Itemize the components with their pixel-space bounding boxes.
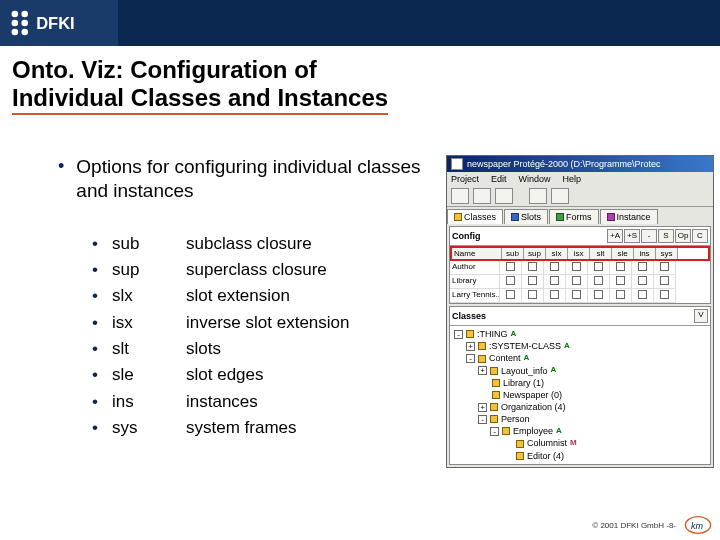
grid-checkbox-cell[interactable] [522, 275, 544, 289]
toolbar-button[interactable] [495, 188, 513, 204]
checkbox-icon[interactable] [572, 290, 581, 299]
tree-node[interactable]: -Person [454, 413, 706, 425]
menu-item[interactable]: Help [563, 174, 582, 184]
config-button[interactable]: S [658, 229, 674, 243]
checkbox-icon[interactable] [638, 262, 647, 271]
tab-forms[interactable]: Forms [549, 209, 599, 224]
checkbox-icon[interactable] [506, 290, 515, 299]
menu-bar[interactable]: ProjectEditWindowHelp [447, 172, 713, 186]
checkbox-icon[interactable] [550, 262, 559, 271]
grid-checkbox-cell[interactable] [500, 275, 522, 289]
tree-node[interactable]: ColumnistM [454, 437, 706, 449]
checkbox-icon[interactable] [550, 290, 559, 299]
grid-checkbox-cell[interactable] [566, 261, 588, 275]
tree-toggle-icon[interactable]: - [490, 427, 499, 436]
tree-toggle-icon[interactable]: - [454, 330, 463, 339]
tab-instance[interactable]: Instance [600, 209, 658, 224]
tree-node[interactable]: Newspaper (0) [454, 389, 706, 401]
checkbox-icon[interactable] [616, 262, 625, 271]
tree-node[interactable]: +Layout_infoA [454, 365, 706, 377]
tree-node[interactable]: +Organization (4) [454, 401, 706, 413]
tab-slots[interactable]: Slots [504, 209, 548, 224]
grid-checkbox-cell[interactable] [522, 261, 544, 275]
grid-checkbox-cell[interactable] [544, 289, 566, 303]
tab-bar[interactable]: ClassesSlotsFormsInstance [447, 207, 713, 224]
checkbox-icon[interactable] [572, 276, 581, 285]
class-icon [478, 355, 486, 363]
grid-checkbox-cell[interactable] [544, 261, 566, 275]
checkbox-icon[interactable] [506, 262, 515, 271]
tree-node[interactable]: Editor (4) [454, 450, 706, 462]
tree-node[interactable]: -EmployeeA [454, 425, 706, 437]
grid-checkbox-cell[interactable] [588, 275, 610, 289]
checkbox-icon[interactable] [638, 290, 647, 299]
grid-checkbox-cell[interactable] [654, 275, 676, 289]
config-button[interactable]: C [692, 229, 708, 243]
tree-node[interactable]: -:THINGA [454, 328, 706, 340]
grid-row[interactable]: Author [450, 261, 710, 275]
tree-toggle-icon[interactable]: + [466, 342, 475, 351]
grid-checkbox-cell[interactable] [610, 261, 632, 275]
dfki-logo: DFKI [0, 0, 118, 46]
checkbox-icon[interactable] [528, 262, 537, 271]
grid-row[interactable]: Library [450, 275, 710, 289]
grid-row[interactable]: Larry Tennis... [450, 289, 710, 303]
grid-column-header: isx [568, 248, 590, 259]
grid-checkbox-cell[interactable] [610, 289, 632, 303]
config-button[interactable]: +S [624, 229, 640, 243]
checkbox-icon[interactable] [550, 276, 559, 285]
checkbox-icon[interactable] [506, 276, 515, 285]
checkbox-icon[interactable] [660, 290, 669, 299]
class-tree[interactable]: -:THINGA+:SYSTEM-CLASSA-ContentA+Layout_… [450, 326, 710, 464]
tree-node[interactable]: -ContentA [454, 352, 706, 364]
toolbar[interactable] [447, 186, 713, 207]
menu-item[interactable]: Edit [491, 174, 507, 184]
grid-checkbox-cell[interactable] [500, 289, 522, 303]
grid-checkbox-cell[interactable] [588, 289, 610, 303]
tree-toggle-icon[interactable]: - [478, 415, 487, 424]
tree-toggle-icon[interactable]: + [478, 366, 487, 375]
tree-node[interactable]: +:SYSTEM-CLASSA [454, 340, 706, 352]
grid-checkbox-cell[interactable] [566, 275, 588, 289]
tree-node[interactable]: Library (1) [454, 377, 706, 389]
menu-item[interactable]: Project [451, 174, 479, 184]
grid-checkbox-cell[interactable] [522, 289, 544, 303]
config-button[interactable]: - [641, 229, 657, 243]
grid-checkbox-cell[interactable] [544, 275, 566, 289]
slide-title: Onto. Viz: Configuration of Individual C… [0, 46, 720, 121]
class-icon [490, 403, 498, 411]
grid-checkbox-cell[interactable] [610, 275, 632, 289]
menu-item[interactable]: Window [519, 174, 551, 184]
toolbar-button[interactable] [529, 188, 547, 204]
checkbox-icon[interactable] [572, 262, 581, 271]
view-button[interactable]: V [694, 309, 708, 323]
checkbox-icon[interactable] [660, 262, 669, 271]
grid-checkbox-cell[interactable] [654, 289, 676, 303]
checkbox-icon[interactable] [594, 262, 603, 271]
grid-checkbox-cell[interactable] [654, 261, 676, 275]
checkbox-icon[interactable] [638, 276, 647, 285]
config-button[interactable]: Op [675, 229, 691, 243]
checkbox-icon[interactable] [616, 290, 625, 299]
checkbox-icon[interactable] [594, 276, 603, 285]
tab-classes[interactable]: Classes [447, 209, 503, 224]
grid-checkbox-cell[interactable] [500, 261, 522, 275]
tree-toggle-icon[interactable]: + [478, 403, 487, 412]
grid-checkbox-cell[interactable] [588, 261, 610, 275]
grid-checkbox-cell[interactable] [632, 275, 654, 289]
toolbar-button[interactable] [451, 188, 469, 204]
checkbox-icon[interactable] [528, 276, 537, 285]
tree-toggle-icon[interactable]: - [466, 354, 475, 363]
grid-column-header: slx [546, 248, 568, 259]
grid-checkbox-cell[interactable] [632, 289, 654, 303]
title-line-1: Onto. Viz: Configuration of [12, 56, 708, 84]
toolbar-button[interactable] [473, 188, 491, 204]
checkbox-icon[interactable] [528, 290, 537, 299]
grid-checkbox-cell[interactable] [632, 261, 654, 275]
checkbox-icon[interactable] [616, 276, 625, 285]
checkbox-icon[interactable] [660, 276, 669, 285]
toolbar-button[interactable] [551, 188, 569, 204]
grid-checkbox-cell[interactable] [566, 289, 588, 303]
checkbox-icon[interactable] [594, 290, 603, 299]
config-button[interactable]: +A [607, 229, 623, 243]
